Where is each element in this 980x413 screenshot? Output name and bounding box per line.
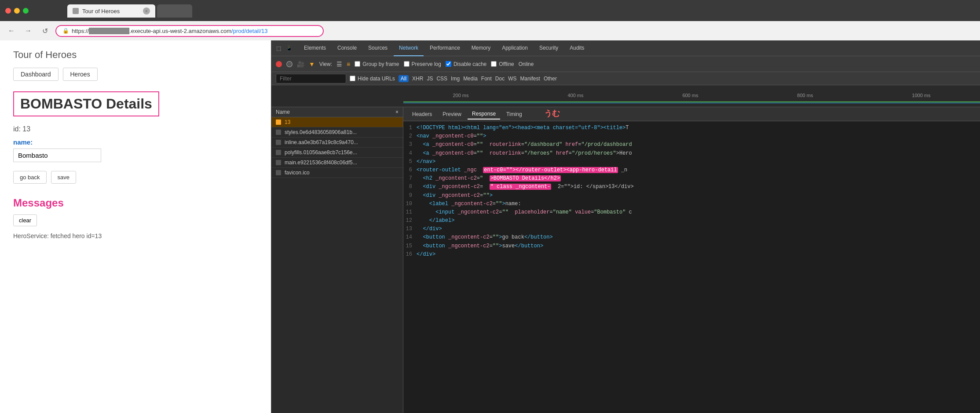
filter-type-js[interactable]: JS [427, 76, 433, 82]
new-tab-placeholder[interactable] [157, 4, 192, 18]
code-line-14: 14 <button _ngcontent-c2="">go back</but… [403, 233, 980, 242]
clear-button[interactable]: clear [13, 214, 37, 226]
view-waterfall-icon[interactable]: ≡ [347, 61, 350, 68]
dashboard-nav-button[interactable]: Dashboard [13, 68, 59, 81]
forward-button[interactable]: → [22, 25, 34, 37]
filter-type-manifest[interactable]: Manifest [520, 76, 540, 82]
tab-favicon-icon [73, 8, 79, 14]
network-split: Name × 13 styles.0e6d4836058906a81b... i… [271, 107, 980, 413]
tab-performance[interactable]: Performance [424, 40, 465, 56]
browser-tab[interactable]: Tour of Heroes × [67, 4, 155, 18]
offline-checkbox[interactable]: Offline [491, 61, 514, 67]
filter-type-all[interactable]: All [399, 75, 409, 82]
filter-type-other[interactable]: Other [544, 76, 557, 82]
file-item-styles[interactable]: styles.0e6d4836058906a81b... [271, 127, 403, 138]
timeline-blue-bar [403, 103, 980, 103]
url-bar[interactable]: 🔒 https://██████████.execute-api.us-west… [55, 25, 324, 37]
secure-icon: 🔒 [62, 28, 69, 34]
tab-sources[interactable]: Sources [363, 40, 393, 56]
tab-title: Tour of Heroes [82, 8, 120, 14]
minimize-window-button[interactable] [14, 8, 20, 14]
address-bar: ← → ↺ 🔒 https://██████████.execute-api.u… [0, 21, 980, 40]
device-icon[interactable]: 📱 [285, 45, 293, 52]
file-list-header: Name × [271, 107, 403, 117]
tab-application[interactable]: Application [497, 40, 533, 56]
preserve-log-checkbox[interactable]: Preserve log [404, 61, 441, 67]
camera-icon[interactable]: 🎥 [297, 61, 304, 68]
record-button[interactable] [276, 61, 282, 67]
tab-headers[interactable]: Headers [408, 109, 436, 119]
fullscreen-window-button[interactable] [23, 8, 29, 14]
tab-elements[interactable]: Elements [299, 40, 331, 56]
tab-audits[interactable]: Audits [564, 40, 589, 56]
file-name: polyfills.01056aae8cb7c156e... [285, 149, 357, 156]
code-line-3: 3 <a _ngcontent-c0="" routerlink="/dashb… [403, 141, 980, 149]
file-item-main[interactable]: main.e9221536c8f408c06df5... [271, 158, 403, 168]
filter-type-css[interactable]: CSS [436, 76, 447, 82]
back-button[interactable]: ← [5, 25, 18, 37]
hero-id: id: 13 [13, 125, 258, 133]
filter-type-xhr[interactable]: XHR [412, 76, 423, 82]
inspector-icon[interactable]: ⬚ [275, 45, 282, 52]
file-item-polyfills[interactable]: polyfills.01056aae8cb7c156e... [271, 148, 403, 158]
code-line-15: 15 <button _ngcontent-c2="">save</button… [403, 242, 980, 250]
save-button[interactable]: save [51, 171, 76, 184]
online-label: Online [519, 61, 534, 67]
timeline-600ms: 600 ms [682, 93, 698, 98]
code-line-1: 1 <!DOCTYPE html><html lang="en"><head><… [403, 124, 980, 132]
view-list-icon[interactable]: ☰ [336, 61, 342, 68]
code-line-11: 11 <input _ngcontent-c2="" placeholder="… [403, 208, 980, 217]
timeline-green-bar [403, 101, 980, 102]
filter-type-media[interactable]: Media [463, 76, 478, 82]
traffic-lights [5, 8, 29, 14]
disable-cache-checkbox[interactable]: Disable cache [446, 61, 486, 67]
tab-memory[interactable]: Memory [466, 40, 496, 56]
network-detail-panel: うむ Headers Preview Response Timing 1 <!D… [403, 107, 980, 413]
filter-type-img[interactable]: Img [451, 76, 460, 82]
tab-network[interactable]: Network [394, 40, 424, 56]
filter-type-doc[interactable]: Doc [495, 76, 505, 82]
file-item-13[interactable]: 13 [271, 117, 403, 127]
file-name: main.e9221536c8f408c06df5... [285, 159, 357, 166]
app-title: Tour of Heroes [13, 49, 258, 61]
hide-data-urls-checkbox[interactable]: Hide data URLs [350, 76, 395, 82]
group-by-frame-checkbox[interactable]: Group by frame [355, 61, 399, 67]
code-line-6: 6 <router-outlet _ngc ent-c0=""></router… [403, 166, 980, 174]
go-back-button[interactable]: go back [13, 171, 47, 184]
tab-close-button[interactable]: × [143, 7, 150, 14]
timeline-400ms: 400 ms [567, 93, 583, 98]
timeline-1000ms: 1000 ms [912, 93, 930, 98]
filter-type-font[interactable]: Font [481, 76, 492, 82]
code-line-8: 8 <div _ngcontent-c2= " class _ngcontent… [403, 183, 980, 191]
hero-name-input[interactable] [13, 149, 101, 162]
close-file-panel-button[interactable]: × [395, 109, 399, 115]
tab-response[interactable]: Response [468, 109, 500, 120]
filter-type-ws[interactable]: WS [508, 76, 516, 82]
code-line-7: 7 <h2 _ngcontent-c2=" >BOMBASTO Details<… [403, 174, 980, 183]
file-icon [276, 140, 281, 145]
network-filter-bar: Hide data URLs All XHR JS CSS Img Media … [271, 72, 980, 85]
timeline-area: 200 ms 400 ms 600 ms 800 ms 1000 ms [271, 85, 980, 107]
heroes-nav-button[interactable]: Heroes [63, 68, 98, 81]
code-line-10: 10 <label _ngcontent-c2="">name: [403, 200, 980, 208]
tab-preview[interactable]: Preview [438, 109, 466, 119]
hero-name-label: name: [13, 138, 258, 146]
close-window-button[interactable] [5, 8, 11, 14]
file-item-favicon[interactable]: favicon.ico [271, 168, 403, 178]
message-log: HeroService: fetched hero id=13 [13, 232, 258, 239]
devtools-tab-bar: ⬚ 📱 Elements Console Sources Network Per… [271, 40, 980, 56]
tab-timing[interactable]: Timing [502, 109, 527, 119]
title-bar: Tour of Heroes × [0, 0, 980, 21]
clear-network-button[interactable]: ⊘ [286, 61, 293, 67]
filter-icon[interactable]: ▼ [309, 61, 315, 68]
code-line-2: 2 <nav _ngcontent-c0=""> [403, 132, 980, 141]
tab-console[interactable]: Console [332, 40, 362, 56]
file-item-inline[interactable]: inline.aa0e3b67a19c8c9a470... [271, 138, 403, 148]
refresh-button[interactable]: ↺ [39, 25, 51, 37]
file-name: favicon.ico [285, 170, 310, 176]
network-files-panel: Name × 13 styles.0e6d4836058906a81b... i… [271, 107, 403, 413]
tab-security[interactable]: Security [534, 40, 563, 56]
filter-input[interactable] [276, 74, 346, 83]
timeline-200ms: 200 ms [453, 93, 468, 98]
file-icon [276, 120, 281, 125]
